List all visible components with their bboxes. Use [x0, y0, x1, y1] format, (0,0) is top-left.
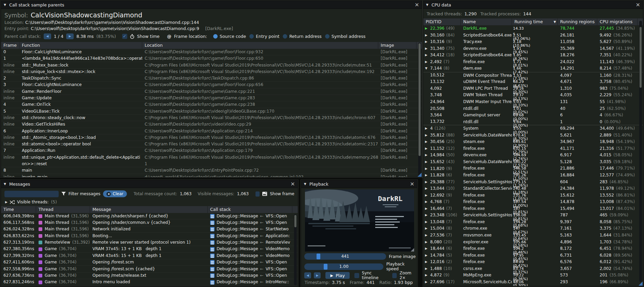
source-location[interactable]: C:\Users\wolf\Desktop\darkrl\src\game\Ga…: [142, 95, 378, 101]
col-function[interactable]: Function: [19, 42, 142, 49]
source-location[interactable]: C:\Program Files (x86)\Microsoft Visual …: [142, 69, 378, 75]
source-location[interactable]: C:\Program Files (x86)\Microsoft Visual …: [142, 141, 378, 147]
location-path[interactable]: C:\Users\wolf\Desktop\darkrl\src\game\vi…: [25, 20, 199, 25]
function-name[interactable]: main: [19, 167, 142, 173]
function-name[interactable]: Game::OnTick: [19, 101, 142, 107]
pid-cell[interactable]: ▶ 16,464 (7): [423, 205, 461, 212]
expand-arrow-icon[interactable]: ▶: [425, 212, 430, 219]
pid-cell[interactable]: ▶ 4,768 (7): [423, 199, 461, 205]
cpu-process-row[interactable]: ▶ 34,412 (18) ScriptedSandbox64.exe 1.85…: [423, 52, 643, 59]
entry-path[interactable]: C:\Users\wolf\Desktop\darkrl\src\game\vi…: [31, 26, 199, 31]
zoom-2x-label[interactable]: Zoom 2×: [399, 271, 417, 280]
message-row[interactable]: 606,049,398ns Main thread (31,596) Openi…: [1, 213, 298, 219]
source-location[interactable]: C:\Users\wolf\Desktop\darkrl\src\Applica…: [142, 128, 378, 134]
cpu-process-row[interactable]: ▶ 13,048 (7) firefox.exe 154.28 ms (0.67…: [423, 219, 643, 226]
pid-cell[interactable]: ▶ 1,488 (10): [423, 266, 461, 272]
function-name[interactable]: invoke_main: [19, 174, 142, 177]
callstack-table-row[interactable]: 1 <lambda_84a19dc444fae966ca174e83e708bd…: [1, 55, 422, 62]
col-message[interactable]: Message: [90, 206, 208, 213]
radio-icon[interactable]: [283, 34, 287, 39]
callstack-cell[interactable]: DebugLog::Message ← VFS::Open: [208, 266, 292, 272]
cpu-scrollbar[interactable]: [639, 21, 642, 282]
visible-threads-row[interactable]: ▶ Visible threads: (5): [1, 199, 298, 206]
callstack-table-row[interactable]: inline std::atomic<bool>::operator bool …: [1, 141, 422, 147]
cpu-process-row[interactable]: ▶ 4 (126) System 1.55 s (6.70%) 69,294 3…: [423, 125, 643, 132]
callstack-table-row[interactable]: inline std::chrono::steady_clock::now C:…: [1, 115, 422, 121]
function-name[interactable]: Game::Update: [19, 95, 142, 101]
callstack-list-icon[interactable]: [210, 273, 215, 278]
cpu-process-row[interactable]: ▶ 15,004 (8) chrome.exe 147 ms (0.64%) 7…: [423, 225, 643, 232]
disclosure-arrow-icon[interactable]: ▶: [5, 200, 8, 204]
pid-cell[interactable]: ▶ 15,652 (43): [423, 159, 461, 166]
callstack-list-icon[interactable]: [210, 234, 215, 238]
expand-arrow-icon[interactable]: ▶: [425, 279, 430, 286]
sync-timeline-checkbox[interactable]: [354, 273, 359, 278]
expand-arrow-icon[interactable]: ▶: [425, 159, 430, 166]
col-time[interactable]: Time: [1, 206, 36, 213]
play-button[interactable]: ▶ Play: [325, 272, 350, 279]
col-name[interactable]: Name: [461, 18, 512, 25]
pid-cell[interactable]: ▶ 4,872 (9): [423, 272, 461, 279]
callstack-table-row[interactable]: inline std::unique_lock<std::mutex>::loc…: [1, 69, 422, 75]
message-row[interactable]: 627,411,606ns Game (36,704) Opening /for…: [1, 259, 298, 266]
expand-arrow-icon[interactable]: ▼: [425, 65, 430, 72]
collapse-arrow-icon[interactable]: ▼: [426, 3, 428, 6]
callstack-list-icon[interactable]: [210, 267, 215, 271]
pid-cell[interactable]: 10,512: [423, 72, 461, 79]
source-location[interactable]: C:\Users\wolf\Desktop\darkrl\src\video\g…: [142, 108, 378, 114]
cpu-process-row[interactable]: ▶ 4,768 (7) firefox.exe 187.54 ms (0.81%…: [423, 199, 643, 205]
pid-cell[interactable]: ▶ 27,696 (17): [423, 279, 461, 286]
pid-cell[interactable]: ▶ 4 (126): [423, 125, 461, 132]
radio-icon[interactable]: [213, 34, 218, 39]
callstack-cell[interactable]: DebugLog::Message ← VideoMemo: [208, 246, 292, 252]
expand-arrow-icon[interactable]: ▶: [425, 166, 430, 172]
frame-location-radio[interactable]: Source code: [213, 34, 246, 39]
cpu-process-row[interactable]: ▶ 30,160 (84) ScriptedSandbox64.exe 2.51…: [423, 32, 643, 39]
source-location[interactable]: C:\Users\wolf\Desktop\darkrl\src\EntryPo…: [142, 167, 378, 173]
callstack-cell[interactable]: DebugLog::Message ← StartNetwo: [208, 226, 292, 232]
function-name[interactable]: std::atomic<bool>::operator bool: [19, 141, 142, 147]
pid-cell[interactable]: ▶ 12,016 (2): [423, 259, 461, 266]
playback-speed-slider[interactable]: 1.00: [304, 263, 383, 270]
source-location[interactable]: C:\Users\wolf\Desktop\darkrl\src\game\Ga…: [142, 101, 378, 107]
expand-arrow-icon[interactable]: ▶: [425, 45, 430, 52]
function-name[interactable]: Floor::CalcLightNoLuminance: [19, 49, 142, 55]
cpu-process-row[interactable]: ▶ 10,316 (9) Tracy.exe 2.18 s (9.45%) 11…: [423, 39, 643, 45]
cpu-process-row[interactable]: ▶ 18,444 (6) firefox.exe 104.2 ms (0.45%…: [423, 245, 643, 252]
source-location[interactable]: C:\Program Files (x86)\Microsoft Visual …: [142, 154, 378, 167]
callstack-cell[interactable]: DebugLog::Message ← IntroMenu::: [208, 279, 292, 285]
callstack-table-row[interactable]: inline Game::RenderFloor C:\Users\wolf\D…: [1, 88, 422, 95]
pid-cell[interactable]: ▶ 30,160 (84): [423, 32, 461, 39]
callstack-list-icon[interactable]: [210, 260, 215, 264]
function-name[interactable]: std::_Mutex_base::lock: [19, 62, 142, 68]
cpu-process-row[interactable]: ▶ 15,652 (43) ServiceHub.DataWarehou 580…: [423, 159, 643, 166]
pid-cell[interactable]: ▶ 11,152 (12): [423, 145, 461, 152]
cpu-process-row[interactable]: ▼ 7,144 (8) dwm.exe 1.66 s (7.18%) 14,29…: [423, 65, 643, 72]
expand-arrow-icon[interactable]: ▶: [425, 266, 430, 272]
expand-arrow-icon[interactable]: ▶: [425, 192, 430, 199]
cpu-process-row[interactable]: ▶ 11,820 (9) firefox.exe 346.58 ms (1.50…: [423, 165, 643, 172]
pid-cell[interactable]: ▶ 12,692 (9): [423, 192, 461, 199]
pid-cell[interactable]: ▶ 27,536 (7): [423, 232, 461, 239]
radio-icon[interactable]: [325, 34, 330, 39]
expand-arrow-icon[interactable]: ▶: [425, 52, 430, 59]
expand-arrow-icon[interactable]: ▶: [425, 132, 430, 139]
pid-cell[interactable]: ▶ 10,316 (9): [423, 39, 461, 45]
cpu-process-row[interactable]: ▶ 23,348 (106) ServiceHub.SettingsHost 1…: [423, 212, 643, 219]
cpu-process-row[interactable]: ▶ 13,044 (10) StandardCollector.Servic 2…: [423, 185, 643, 192]
filter-input[interactable]: [4, 191, 59, 197]
callstack-table-row[interactable]: 8 main C:\Users\wolf\Desktop\darkrl\src\…: [1, 167, 422, 174]
pid-cell[interactable]: 3,564: [423, 112, 461, 119]
step-forward-button[interactable]: ▶: [314, 272, 321, 278]
cpu-process-row[interactable]: ▶ 1,488 (10) csrss.exe 83.74 ms (0.36%) …: [423, 266, 643, 272]
col-running-time[interactable]: Running time▼: [512, 18, 558, 25]
pid-cell[interactable]: ▶ 11,820 (9): [423, 165, 461, 172]
resize-grip[interactable]: [418, 173, 422, 177]
source-location[interactable]: C:\Users\wolf\Desktop\darkrl\src\game\fl…: [142, 55, 378, 61]
source-location[interactable]: C:\Program Files (x86)\Microsoft Visual …: [142, 115, 378, 121]
cpu-process-row[interactable]: ▶ 12,692 (9) firefox.exe 231.76 ms (1.00…: [423, 192, 643, 199]
function-name[interactable]: std::_Atomic_storage<bool,1>::load: [19, 134, 142, 141]
source-location[interactable]: C:\Users\wolf\Desktop\darkrl\src\TaskDis…: [142, 75, 378, 81]
cpu-process-row[interactable]: ▶ 16,464 (7) firefox.exe 187 ms (0.81%) …: [423, 205, 643, 212]
show-frame-label[interactable]: Show frame: [270, 191, 294, 196]
